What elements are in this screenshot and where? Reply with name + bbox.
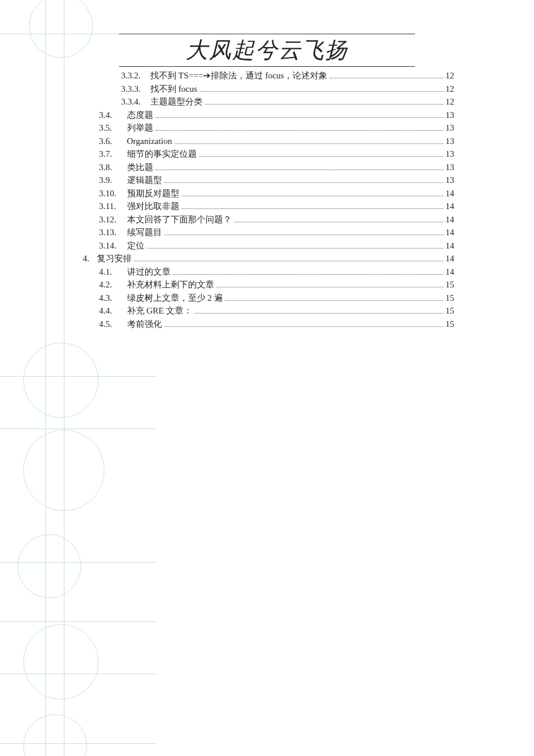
toc-number: 3.5. [99, 121, 127, 135]
toc-leader-dots [156, 117, 443, 118]
toc-entry[interactable]: 4.4.补充 GRE 文章：15 [83, 304, 454, 318]
toc-leader-dots [194, 313, 443, 314]
toc-entry[interactable]: 4.复习安排14 [83, 252, 454, 265]
toc-leader-dots [156, 130, 443, 131]
toc-title: 类比题 [127, 161, 153, 174]
toc-number: 3.3.3. [121, 82, 150, 96]
toc-number: 3.6. [99, 135, 127, 148]
toc-page-number: 14 [446, 187, 454, 200]
toc-page-number: 12 [446, 82, 454, 96]
toc-leader-dots [173, 274, 443, 275]
toc-title: Organization [127, 135, 172, 148]
toc-entry[interactable]: 4.5.考前强化15 [83, 318, 454, 331]
toc-leader-dots [217, 287, 443, 287]
toc-entry[interactable]: 3.5.列举题13 [83, 121, 454, 135]
toc-page-number: 14 [446, 226, 454, 239]
toc-number: 4.3. [99, 291, 127, 305]
toc-number: 3.3.4. [121, 95, 150, 109]
toc-entry[interactable]: 3.12.本文回答了下面那个问题？14 [83, 213, 454, 226]
toc-number: 4.1. [99, 265, 127, 279]
toc-leader-dots [225, 300, 443, 301]
toc-page-number: 14 [446, 239, 454, 253]
toc-leader-dots [330, 78, 443, 78]
toc-leader-dots [147, 248, 443, 249]
toc-page-number: 14 [446, 213, 454, 226]
toc-title: 续写题目 [127, 226, 162, 239]
toc-title: 态度题 [127, 109, 153, 122]
toc-entry[interactable]: 3.6.Organization13 [83, 135, 454, 148]
toc-title: 列举题 [127, 121, 153, 135]
toc-number: 3.4. [99, 109, 127, 122]
table-of-contents: 3.3.2.找不到 TS===➔排除法，通过 focus，论述对象123.3.3… [80, 69, 454, 330]
toc-leader-dots [164, 326, 443, 327]
toc-page-number: 13 [446, 121, 454, 135]
toc-title: 补充 GRE 文章： [127, 304, 193, 318]
toc-entry[interactable]: 3.10.预期反对题型14 [83, 187, 454, 200]
toc-title: 找不到 focus [150, 82, 197, 96]
toc-page-number: 13 [446, 135, 454, 148]
toc-entry[interactable]: 3.11.强对比取非题14 [83, 200, 454, 213]
toc-page-number: 14 [446, 200, 454, 213]
toc-page-number: 14 [446, 252, 454, 265]
toc-title: 主题题型分类 [150, 95, 203, 109]
toc-number: 4.2. [99, 278, 127, 291]
toc-entry[interactable]: 3.13.续写题目14 [83, 226, 454, 239]
toc-leader-dots [200, 91, 443, 92]
toc-title: 预期反对题型 [127, 187, 179, 200]
toc-number: 3.11. [99, 200, 127, 213]
toc-page-number: 15 [446, 318, 454, 331]
toc-leader-dots [175, 143, 443, 144]
toc-title: 讲过的文章 [127, 265, 171, 279]
toc-number: 4. [83, 252, 97, 265]
toc-number: 3.12. [99, 213, 127, 226]
toc-title: 逻辑题型 [127, 174, 162, 187]
toc-number: 3.9. [99, 174, 127, 187]
toc-leader-dots [164, 182, 443, 183]
toc-entry[interactable]: 4.2.补充材料上剩下的文章15 [83, 278, 454, 291]
toc-title: 复习安排 [97, 252, 132, 265]
toc-number: 3.14. [99, 239, 127, 253]
toc-title: 找不到 TS===➔排除法，通过 focus，论述对象 [150, 69, 328, 82]
toc-entry[interactable]: 3.3.4.主题题型分类12 [83, 95, 454, 109]
toc-title: 补充材料上剩下的文章 [127, 278, 214, 291]
toc-leader-dots [182, 196, 443, 196]
toc-page-number: 13 [446, 109, 454, 122]
toc-entry[interactable]: 3.9.逻辑题型13 [83, 174, 454, 187]
toc-entry[interactable]: 4.1.讲过的文章14 [83, 265, 454, 279]
toc-entry[interactable]: 3.4.态度题13 [83, 109, 454, 122]
page-content: 大风起兮云飞扬 3.3.2.找不到 TS===➔排除法，通过 focus，论述对… [0, 0, 534, 330]
toc-entry[interactable]: 4.3.绿皮树上文章，至少 2 遍15 [83, 291, 454, 305]
toc-page-number: 15 [446, 304, 454, 318]
toc-entry[interactable]: 3.8.类比题13 [83, 161, 454, 174]
page-title: 大风起兮云飞扬 [0, 35, 534, 65]
toc-number: 4.4. [99, 304, 127, 318]
toc-entry[interactable]: 3.14.定位14 [83, 239, 454, 253]
toc-page-number: 15 [446, 291, 454, 305]
toc-title: 细节的事实定位题 [127, 147, 197, 161]
toc-page-number: 15 [446, 278, 454, 291]
toc-number: 4.5. [99, 318, 127, 331]
toc-leader-dots [182, 208, 443, 209]
toc-entry[interactable]: 3.3.2.找不到 TS===➔排除法，通过 focus，论述对象12 [83, 69, 454, 82]
header-rule-top [119, 34, 415, 34]
toc-page-number: 12 [446, 69, 454, 82]
toc-entry[interactable]: 3.3.3.找不到 focus12 [83, 82, 454, 96]
toc-leader-dots [234, 222, 443, 222]
toc-page-number: 13 [446, 161, 454, 174]
toc-title: 绿皮树上文章，至少 2 遍 [127, 291, 223, 305]
toc-title: 考前强化 [127, 318, 162, 331]
toc-leader-dots [134, 261, 443, 261]
toc-title: 强对比取非题 [127, 200, 179, 213]
header-rule-bottom [119, 66, 415, 67]
toc-page-number: 13 [446, 147, 454, 161]
toc-title: 定位 [127, 239, 145, 253]
toc-leader-dots [199, 156, 443, 157]
toc-leader-dots [164, 235, 443, 235]
toc-entry[interactable]: 3.7.细节的事实定位题13 [83, 147, 454, 161]
toc-number: 3.13. [99, 226, 127, 239]
toc-page-number: 13 [446, 174, 454, 187]
toc-title: 本文回答了下面那个问题？ [127, 213, 232, 226]
toc-number: 3.8. [99, 161, 127, 174]
toc-number: 3.7. [99, 147, 127, 161]
toc-number: 3.3.2. [121, 69, 150, 82]
